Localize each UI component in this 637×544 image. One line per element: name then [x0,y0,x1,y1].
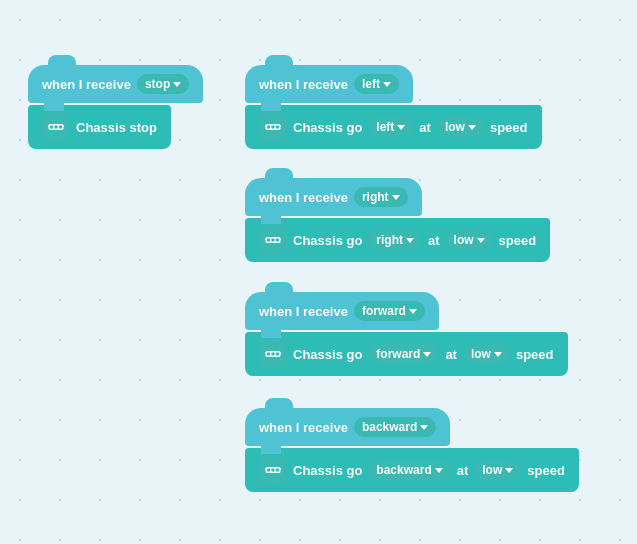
right-speed-dropdown[interactable]: low [446,230,493,250]
right-dir-arrow-icon [406,238,414,243]
svg-rect-23 [279,353,281,355]
forward-command-block: Chassis go forward at low speed [245,332,568,376]
backward-block-group: when I receive backward Chassis go backw… [245,408,579,492]
right-hat-block: when I receive right [245,178,422,216]
forward-event-dropdown[interactable]: forward [354,301,425,321]
right-at-label: at [428,233,440,248]
right-go-label: Chassis go [293,233,362,248]
svg-rect-26 [272,469,275,472]
svg-rect-13 [267,239,270,242]
svg-rect-4 [48,126,50,128]
backward-speed-arrow-icon [505,468,513,473]
stop-hat-bump: when I receive stop [28,65,203,105]
backward-hat-block: when I receive backward [245,408,450,446]
forward-speed-label: speed [516,347,554,362]
svg-rect-27 [276,469,279,472]
svg-rect-7 [267,126,270,129]
left-hat-block: when I receive left [245,65,413,103]
forward-hat-bump: when I receive forward [245,292,439,332]
svg-rect-11 [279,126,281,128]
stop-event-dropdown[interactable]: stop [137,74,189,94]
svg-rect-19 [267,353,270,356]
right-dir-dropdown[interactable]: right [368,230,422,250]
backward-dropdown-arrow-icon [420,425,428,430]
right-speed-label: speed [499,233,537,248]
forward-speed-arrow-icon [494,352,502,357]
left-speed-dropdown[interactable]: low [437,117,484,137]
svg-rect-21 [276,353,279,356]
forward-at-label: at [445,347,457,362]
stop-hat-block: when I receive stop [28,65,203,103]
chassis-forward-icon [259,340,287,368]
svg-rect-22 [265,353,267,355]
forward-dir-arrow-icon [423,352,431,357]
backward-hat-bump: when I receive backward [245,408,450,448]
left-dir-arrow-icon [397,125,405,130]
forward-speed-dropdown[interactable]: low [463,344,510,364]
left-event-dropdown[interactable]: left [354,74,399,94]
backward-dir-arrow-icon [435,468,443,473]
chassis-backward-icon [259,456,287,484]
backward-go-label: Chassis go [293,463,362,478]
stop-command-label: Chassis stop [76,120,157,135]
backward-dir-dropdown[interactable]: backward [368,460,450,480]
right-command-block: Chassis go right at low speed [245,218,550,262]
stop-when-label: when I receive [42,77,131,92]
left-speed-label: speed [490,120,528,135]
left-dir-dropdown[interactable]: left [368,117,413,137]
right-dropdown-arrow-icon [392,195,400,200]
svg-rect-15 [276,239,279,242]
backward-event-dropdown[interactable]: backward [354,417,436,437]
svg-rect-25 [267,469,270,472]
backward-speed-label: speed [527,463,565,478]
left-hat-bump: when I receive left [245,65,413,105]
stop-block-group: when I receive stop Chassis stop [28,65,203,149]
right-when-label: when I receive [259,190,348,205]
chassis-left-icon [259,113,287,141]
left-when-label: when I receive [259,77,348,92]
svg-rect-8 [272,126,275,129]
forward-block-group: when I receive forward Chassis go forwar… [245,292,568,376]
svg-rect-9 [276,126,279,129]
svg-rect-17 [279,239,281,241]
left-speed-arrow-icon [468,125,476,130]
stop-dropdown-arrow-icon [173,82,181,87]
right-speed-arrow-icon [477,238,485,243]
forward-hat-block: when I receive forward [245,292,439,330]
backward-command-block: Chassis go backward at low speed [245,448,579,492]
svg-rect-2 [55,126,58,129]
svg-rect-14 [272,239,275,242]
right-event-dropdown[interactable]: right [354,187,408,207]
svg-rect-1 [50,126,53,129]
forward-dropdown-arrow-icon [409,309,417,314]
svg-rect-3 [59,126,62,129]
svg-rect-5 [62,126,64,128]
backward-when-label: when I receive [259,420,348,435]
left-block-group: when I receive left Chassis go left at [245,65,542,149]
left-dropdown-arrow-icon [383,82,391,87]
svg-rect-28 [265,469,267,471]
right-hat-bump: when I receive right [245,178,422,218]
chassis-stop-icon [42,113,70,141]
svg-rect-20 [272,353,275,356]
backward-at-label: at [457,463,469,478]
left-go-label: Chassis go [293,120,362,135]
forward-when-label: when I receive [259,304,348,319]
stop-command-block: Chassis stop [28,105,171,149]
forward-go-label: Chassis go [293,347,362,362]
svg-rect-29 [279,469,281,471]
backward-speed-dropdown[interactable]: low [474,460,521,480]
right-block-group: when I receive right Chassis go right at [245,178,550,262]
svg-rect-10 [265,126,267,128]
forward-dir-dropdown[interactable]: forward [368,344,439,364]
left-command-block: Chassis go left at low speed [245,105,542,149]
svg-rect-16 [265,239,267,241]
chassis-right-icon [259,226,287,254]
left-at-label: at [419,120,431,135]
